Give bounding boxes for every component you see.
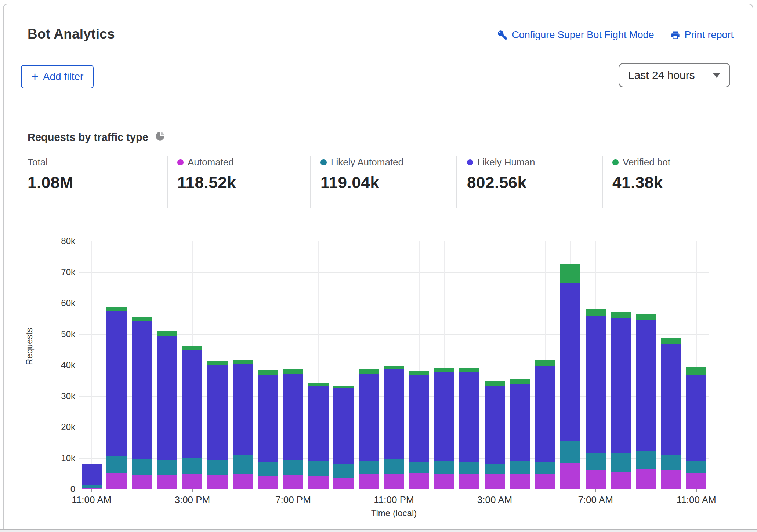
bar-segment-likely-human[interactable] bbox=[106, 311, 127, 456]
bar-segment-likely-human[interactable] bbox=[686, 375, 706, 461]
bar-segment-verified-bot[interactable] bbox=[586, 309, 606, 316]
bar-segment-verified-bot[interactable] bbox=[283, 369, 303, 374]
bar-segment-likely-human[interactable] bbox=[333, 388, 354, 464]
bar-segment-automated[interactable] bbox=[485, 474, 505, 489]
bar-segment-likely-human[interactable] bbox=[661, 344, 681, 455]
bar-segment-likely-automated[interactable] bbox=[207, 460, 228, 475]
bar-segment-likely-automated[interactable] bbox=[106, 456, 127, 473]
bar-segment-likely-automated[interactable] bbox=[586, 453, 606, 470]
bar-segment-automated[interactable] bbox=[686, 473, 706, 489]
bar-segment-likely-human[interactable] bbox=[308, 386, 329, 461]
bar-segment-verified-bot[interactable] bbox=[686, 367, 706, 375]
bar-segment-verified-bot[interactable] bbox=[157, 331, 177, 336]
bar-segment-automated[interactable] bbox=[182, 474, 202, 489]
bar-segment-automated[interactable] bbox=[106, 473, 127, 489]
bar-segment-automated[interactable] bbox=[359, 474, 379, 489]
bar-segment-verified-bot[interactable] bbox=[308, 383, 329, 386]
bar-segment-likely-automated[interactable] bbox=[258, 462, 278, 477]
bar-segment-likely-human[interactable] bbox=[233, 364, 253, 455]
bar-segment-automated[interactable] bbox=[611, 472, 631, 489]
bar-segment-automated[interactable] bbox=[510, 474, 530, 489]
bar-segment-automated[interactable] bbox=[157, 475, 177, 489]
bar-segment-likely-human[interactable] bbox=[636, 320, 656, 451]
bar-segment-verified-bot[interactable] bbox=[409, 371, 429, 375]
configure-super-bot-fight-mode-link[interactable]: Configure Super Bot Fight Mode bbox=[497, 29, 654, 41]
bar-segment-likely-human[interactable] bbox=[207, 365, 228, 460]
bar-segment-verified-bot[interactable] bbox=[560, 264, 580, 283]
bar-segment-automated[interactable] bbox=[586, 470, 606, 489]
bar-segment-likely-human[interactable] bbox=[459, 372, 479, 462]
bar-segment-likely-automated[interactable] bbox=[409, 462, 429, 473]
bar-segment-verified-bot[interactable] bbox=[132, 317, 152, 321]
bar-segment-automated[interactable] bbox=[535, 474, 555, 489]
bar-segment-likely-human[interactable] bbox=[359, 374, 379, 461]
bar-segment-verified-bot[interactable] bbox=[661, 338, 681, 344]
bar-segment-automated[interactable] bbox=[233, 474, 253, 489]
bar-segment-automated[interactable] bbox=[258, 476, 278, 489]
bar-segment-likely-automated[interactable] bbox=[661, 455, 681, 470]
bar-segment-likely-human[interactable] bbox=[82, 464, 102, 485]
bar-segment-likely-human[interactable] bbox=[409, 375, 429, 462]
bar-segment-verified-bot[interactable] bbox=[535, 360, 555, 365]
bar-segment-verified-bot[interactable] bbox=[258, 370, 278, 375]
bar-segment-likely-automated[interactable] bbox=[182, 458, 202, 474]
bar-segment-likely-automated[interactable] bbox=[611, 453, 631, 472]
bar-segment-likely-human[interactable] bbox=[560, 283, 580, 441]
bar-segment-automated[interactable] bbox=[661, 470, 681, 489]
bar-segment-likely-automated[interactable] bbox=[333, 464, 354, 478]
bar-segment-likely-human[interactable] bbox=[182, 350, 202, 458]
bar-segment-likely-automated[interactable] bbox=[560, 441, 580, 463]
bar-segment-automated[interactable] bbox=[333, 478, 354, 489]
bar-segment-likely-automated[interactable] bbox=[384, 459, 404, 474]
bar-segment-automated[interactable] bbox=[636, 469, 656, 489]
bar-segment-verified-bot[interactable] bbox=[333, 386, 354, 388]
bar-segment-likely-automated[interactable] bbox=[308, 461, 329, 476]
pie-chart-icon[interactable] bbox=[155, 131, 165, 144]
bar-segment-likely-human[interactable] bbox=[586, 316, 606, 453]
bar-segment-automated[interactable] bbox=[207, 475, 228, 489]
stat-likely-automated[interactable]: Likely Automated 119.04k bbox=[320, 156, 403, 192]
bar-segment-likely-human[interactable] bbox=[283, 374, 303, 460]
bar-segment-automated[interactable] bbox=[459, 474, 479, 489]
bar-segment-likely-human[interactable] bbox=[485, 386, 505, 464]
bar-segment-likely-automated[interactable] bbox=[636, 451, 656, 469]
bar-segment-likely-automated[interactable] bbox=[485, 464, 505, 474]
bar-segment-likely-automated[interactable] bbox=[510, 461, 530, 474]
bar-segment-likely-automated[interactable] bbox=[535, 462, 555, 474]
add-filter-button[interactable]: + Add filter bbox=[21, 65, 94, 88]
bar-segment-verified-bot[interactable] bbox=[182, 346, 202, 350]
bar-segment-likely-human[interactable] bbox=[384, 369, 404, 459]
bar-segment-automated[interactable] bbox=[384, 474, 404, 489]
bar-segment-verified-bot[interactable] bbox=[636, 314, 656, 320]
bar-segment-verified-bot[interactable] bbox=[434, 368, 454, 372]
bar-segment-likely-automated[interactable] bbox=[283, 460, 303, 475]
bar-segment-likely-human[interactable] bbox=[535, 366, 555, 462]
bar-segment-verified-bot[interactable] bbox=[485, 381, 505, 386]
bar-segment-verified-bot[interactable] bbox=[384, 366, 404, 369]
bar-segment-automated[interactable] bbox=[132, 475, 152, 489]
bar-segment-likely-automated[interactable] bbox=[459, 462, 479, 474]
print-report-link[interactable]: Print report bbox=[670, 29, 734, 41]
bar-segment-automated[interactable] bbox=[560, 463, 580, 489]
bar-segment-verified-bot[interactable] bbox=[510, 379, 530, 384]
bar-segment-likely-automated[interactable] bbox=[82, 485, 102, 488]
bar-segment-verified-bot[interactable] bbox=[106, 307, 127, 311]
bar-segment-likely-automated[interactable] bbox=[157, 460, 177, 475]
bar-segment-likely-automated[interactable] bbox=[686, 461, 706, 473]
bar-segment-verified-bot[interactable] bbox=[82, 464, 102, 465]
bar-segment-verified-bot[interactable] bbox=[611, 312, 631, 318]
bar-segment-likely-automated[interactable] bbox=[359, 461, 379, 474]
bar-segment-likely-automated[interactable] bbox=[434, 461, 454, 474]
stat-automated[interactable]: Automated 118.52k bbox=[177, 156, 236, 192]
bar-segment-verified-bot[interactable] bbox=[359, 369, 379, 374]
bar-segment-automated[interactable] bbox=[409, 473, 429, 489]
bar-segment-automated[interactable] bbox=[308, 476, 329, 489]
bar-segment-likely-human[interactable] bbox=[611, 318, 631, 453]
bar-segment-automated[interactable] bbox=[283, 475, 303, 489]
bar-segment-verified-bot[interactable] bbox=[207, 361, 228, 365]
bar-segment-automated[interactable] bbox=[434, 474, 454, 489]
bar-segment-likely-human[interactable] bbox=[510, 384, 530, 461]
bar-segment-likely-automated[interactable] bbox=[233, 455, 253, 474]
stat-likely-human[interactable]: Likely Human 802.56k bbox=[467, 156, 535, 192]
bar-segment-likely-human[interactable] bbox=[434, 372, 454, 461]
